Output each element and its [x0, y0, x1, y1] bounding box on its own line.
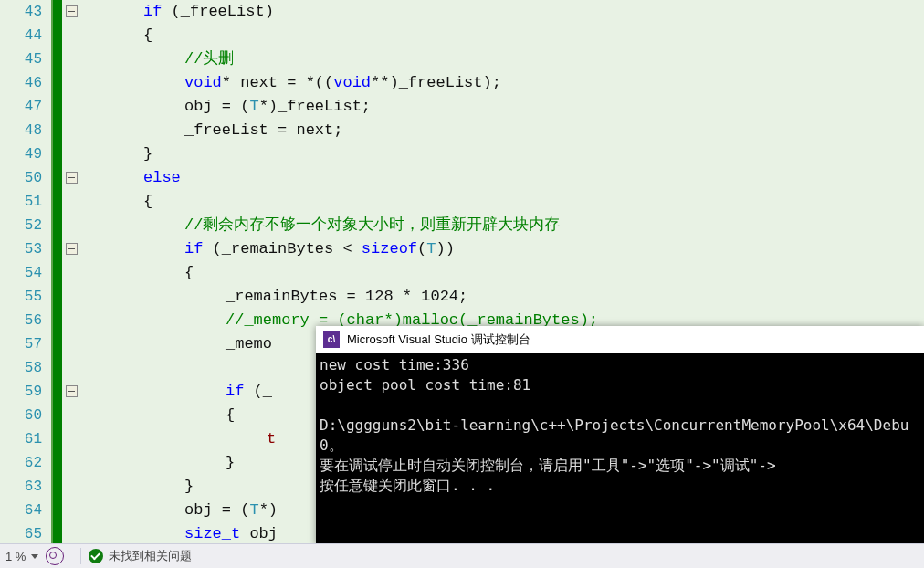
chevron-down-icon[interactable]	[31, 554, 38, 559]
line-number: 55	[0, 285, 51, 309]
code-lens-icon[interactable]	[46, 547, 64, 565]
issues-status-text[interactable]: 未找到相关问题	[109, 548, 192, 564]
zoom-level[interactable]: 1 %	[0, 550, 31, 563]
fold-toggle-icon[interactable]	[66, 5, 78, 17]
fold-toggle-icon[interactable]	[66, 172, 78, 184]
divider	[80, 548, 81, 564]
line-number: 49	[0, 142, 51, 166]
line-number: 52	[0, 214, 51, 237]
line-number: 60	[0, 404, 51, 427]
code-line[interactable]: obj = (T*)_freeList;	[84, 95, 924, 119]
check-icon	[89, 549, 103, 563]
console-output[interactable]: new cost time:336 object pool cost time:…	[316, 353, 924, 545]
line-number: 47	[0, 95, 51, 119]
line-number: 59	[0, 380, 51, 404]
code-editor[interactable]: 4344454647484950515253545556575859606162…	[0, 0, 924, 543]
vs-icon: c\	[323, 331, 340, 348]
code-line[interactable]: {	[84, 190, 924, 214]
line-number: 44	[0, 24, 51, 47]
line-number: 48	[0, 119, 51, 142]
line-number: 64	[0, 499, 51, 522]
line-number: 53	[0, 237, 51, 261]
code-line[interactable]: //剩余内存不够一个对象大小时，则重新开辟大块内存	[84, 214, 924, 237]
line-number: 51	[0, 190, 51, 214]
line-number-gutter: 4344454647484950515253545556575859606162…	[0, 0, 53, 543]
code-line[interactable]: {	[84, 24, 924, 47]
line-number: 46	[0, 71, 51, 95]
line-number: 63	[0, 475, 51, 499]
fold-toggle-icon[interactable]	[66, 385, 78, 397]
line-number: 62	[0, 451, 51, 475]
code-line[interactable]: {	[84, 261, 924, 285]
console-titlebar[interactable]: c\ Microsoft Visual Studio 调试控制台	[316, 326, 924, 353]
line-number: 58	[0, 356, 51, 380]
console-title-text: Microsoft Visual Studio 调试控制台	[347, 328, 530, 352]
line-number: 43	[0, 0, 51, 24]
code-line[interactable]: _freeList = next;	[84, 119, 924, 142]
line-number: 45	[0, 47, 51, 71]
status-bar: 1 % 未找到相关问题	[0, 543, 924, 568]
line-number: 61	[0, 427, 51, 451]
code-line[interactable]: void* next = *((void**)_freeList);	[84, 71, 924, 95]
line-number: 54	[0, 261, 51, 285]
line-number: 57	[0, 332, 51, 356]
fold-toggle-icon[interactable]	[66, 243, 78, 255]
line-number: 56	[0, 309, 51, 332]
line-number: 50	[0, 166, 51, 190]
code-line[interactable]: _remainBytes = 128 * 1024;	[84, 285, 924, 309]
code-line[interactable]: }	[84, 142, 924, 166]
code-line[interactable]: else	[84, 166, 924, 190]
fold-column[interactable]	[62, 0, 84, 543]
code-line[interactable]: //头删	[84, 47, 924, 71]
debug-console-window[interactable]: c\ Microsoft Visual Studio 调试控制台 new cos…	[316, 326, 924, 545]
code-line[interactable]: if (_remainBytes < sizeof(T))	[84, 237, 924, 261]
code-line[interactable]: if (_freeList)	[84, 0, 924, 24]
change-indicator-bar	[53, 0, 62, 543]
